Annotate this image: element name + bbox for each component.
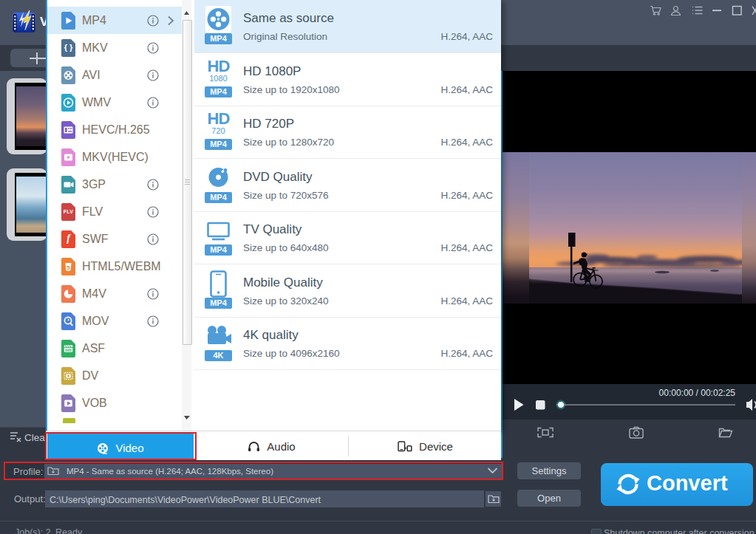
svg-text:5: 5	[67, 264, 70, 270]
